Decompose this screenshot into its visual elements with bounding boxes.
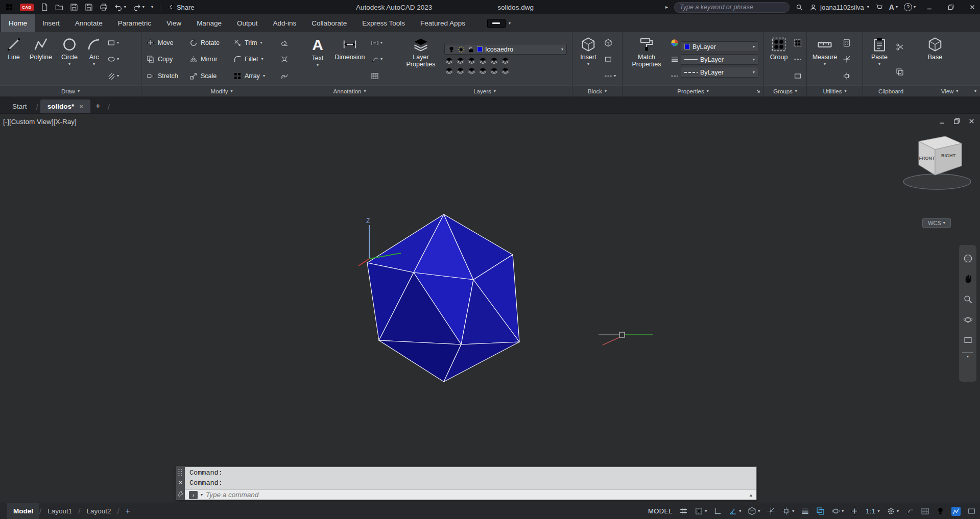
file-tab-solidos[interactable]: solidos* × bbox=[40, 100, 90, 113]
group-edit-button[interactable] bbox=[794, 55, 802, 63]
viewcube-right-label[interactable]: RIGHT bbox=[941, 153, 956, 158]
annotation-scale-button[interactable]: 1:1▾ bbox=[866, 507, 880, 515]
create-block-button[interactable] bbox=[604, 55, 616, 63]
lineweight-display-toggle[interactable] bbox=[801, 507, 809, 515]
zoom-button[interactable] bbox=[963, 289, 973, 309]
paste-button[interactable]: Paste ▾ bbox=[865, 34, 894, 85]
layer-off-icon[interactable] bbox=[445, 57, 453, 64]
drawing-viewport[interactable]: [-] [Custom View] [X-Ray] FRONT RIGHT WC… bbox=[0, 114, 980, 503]
search-expand-caret-icon[interactable]: ▸ bbox=[665, 5, 668, 10]
quick-select-button[interactable] bbox=[843, 72, 851, 80]
utilities-panel-title[interactable]: Utilities▾ bbox=[807, 85, 863, 96]
viewport-visual-style-control[interactable]: [X-Ray] bbox=[54, 118, 77, 126]
redo-button[interactable]: ▾ bbox=[133, 3, 145, 11]
linear-dimension-button[interactable]: ▾ bbox=[371, 39, 383, 47]
tab-output[interactable]: Output bbox=[229, 14, 266, 32]
layer-unlock-icon[interactable] bbox=[479, 67, 487, 75]
search-icon[interactable] bbox=[796, 4, 803, 11]
offset-button[interactable] bbox=[280, 72, 289, 80]
rectangle-button[interactable]: ▾ bbox=[107, 39, 119, 47]
command-prompt-icon[interactable]: › bbox=[189, 491, 198, 499]
quick-calculator-button[interactable] bbox=[843, 39, 851, 47]
showmotion-button[interactable] bbox=[963, 330, 973, 350]
ellipse-button[interactable]: ▾ bbox=[107, 55, 119, 63]
tab-manage[interactable]: Manage bbox=[189, 14, 229, 32]
orbit-button[interactable] bbox=[963, 309, 973, 330]
model-space-button[interactable]: MODEL bbox=[648, 507, 673, 515]
new-file-icon[interactable] bbox=[40, 3, 49, 11]
layer-unisolate-icon[interactable] bbox=[457, 67, 464, 75]
hatch-button[interactable]: ▾ bbox=[107, 72, 119, 80]
copy-clip-button[interactable] bbox=[896, 68, 904, 76]
tab-home[interactable]: Home bbox=[1, 14, 35, 32]
circle-button[interactable]: Circle ▾ bbox=[56, 34, 83, 85]
block-editor-button[interactable] bbox=[604, 39, 616, 47]
layer-thaw-icon[interactable] bbox=[468, 67, 475, 75]
file-tab-start[interactable]: Start bbox=[5, 100, 34, 113]
block-panel-title[interactable]: Block▾ bbox=[572, 85, 622, 96]
draw-panel-title[interactable]: Draw▾ bbox=[0, 85, 141, 96]
layer-isolate-icon[interactable] bbox=[457, 57, 464, 64]
app-menu-icon[interactable] bbox=[5, 3, 13, 11]
erase-button[interactable] bbox=[280, 39, 289, 47]
tab-featured-apps[interactable]: Featured Apps bbox=[413, 14, 473, 32]
ortho-mode-toggle[interactable] bbox=[713, 507, 722, 515]
array-button[interactable]: Array▾ bbox=[230, 69, 278, 82]
ungroup-button[interactable] bbox=[794, 39, 802, 47]
polyline-button[interactable]: Polyline bbox=[26, 34, 56, 85]
group-button[interactable]: Group bbox=[766, 34, 792, 85]
color-dropdown[interactable]: ByLayer ▾ bbox=[681, 41, 758, 52]
text-button[interactable]: A Text ▾ bbox=[304, 34, 331, 85]
define-attributes-button[interactable]: ▾ bbox=[604, 72, 616, 80]
close-command-line-icon[interactable]: × bbox=[179, 479, 183, 486]
view-panel-title[interactable]: View▾ ▾ bbox=[919, 85, 980, 96]
save-as-icon[interactable] bbox=[85, 3, 93, 11]
doc-restore-icon[interactable] bbox=[953, 118, 960, 125]
autocad-logo[interactable]: CAD bbox=[20, 4, 34, 11]
cart-icon[interactable] bbox=[875, 4, 883, 11]
layer-dropdown[interactable]: Icosaedro ▾ bbox=[444, 44, 567, 55]
copy-button[interactable]: Copy bbox=[144, 53, 186, 66]
object-snap-tracking-toggle[interactable] bbox=[767, 507, 775, 515]
layer-match-icon[interactable] bbox=[501, 57, 509, 64]
workspace-switching-button[interactable]: ▾ bbox=[887, 507, 899, 515]
layer-walk-icon[interactable] bbox=[501, 67, 509, 75]
move-button[interactable]: Move bbox=[144, 37, 186, 50]
layout-tab-layout2[interactable]: Layout2 bbox=[80, 503, 117, 519]
tab-parametric[interactable]: Parametric bbox=[110, 14, 159, 32]
help-button[interactable]: ? ▾ bbox=[904, 3, 916, 11]
table-button[interactable] bbox=[371, 72, 383, 80]
command-input[interactable] bbox=[206, 491, 747, 499]
tab-express-tools[interactable]: Express Tools bbox=[354, 14, 413, 32]
close-tab-icon[interactable]: × bbox=[79, 103, 83, 110]
lineweight-settings-button[interactable] bbox=[671, 55, 679, 63]
new-layout-button[interactable]: + bbox=[119, 503, 136, 519]
explode-button[interactable] bbox=[280, 55, 289, 63]
layer-properties-button[interactable]: Layer Properties bbox=[399, 34, 442, 85]
lineweight-dropdown[interactable]: ByLayer ▾ bbox=[681, 54, 758, 65]
annotation-panel-title[interactable]: Annotation▾ bbox=[302, 85, 397, 96]
window-close-button[interactable] bbox=[965, 0, 980, 14]
linetype-dropdown[interactable]: ByLayer ▾ bbox=[681, 67, 758, 78]
arc-button[interactable]: Arc ▾ bbox=[83, 34, 105, 85]
group-selection-button[interactable] bbox=[794, 72, 802, 80]
account-button[interactable]: joana1102silva ▾ bbox=[809, 4, 869, 11]
fillet-button[interactable]: Fillet▾ bbox=[230, 53, 278, 66]
layers-panel-title[interactable]: Layers▾ bbox=[397, 85, 572, 96]
properties-panel-title[interactable]: Properties▾ bbox=[623, 85, 763, 96]
search-input[interactable] bbox=[680, 4, 784, 11]
linetype-settings-button[interactable] bbox=[671, 72, 679, 80]
grid-mode-toggle[interactable] bbox=[679, 507, 688, 515]
share-button[interactable]: Share bbox=[167, 3, 195, 11]
tab-annotate[interactable]: Annotate bbox=[67, 14, 110, 32]
tab-add-ins[interactable]: Add-ins bbox=[265, 14, 304, 32]
layer-make-current-icon[interactable] bbox=[490, 57, 498, 64]
selection-cycling-toggle[interactable] bbox=[816, 507, 825, 515]
isolate-objects-button[interactable] bbox=[936, 507, 945, 515]
navbar-caret-icon[interactable]: ▾ bbox=[967, 355, 969, 359]
match-properties-button[interactable]: Match Properties bbox=[625, 34, 668, 85]
layout-tab-layout1[interactable]: Layout1 bbox=[41, 503, 78, 519]
ribbon-display-toggle[interactable]: ▾ bbox=[487, 14, 511, 32]
object-snap-toggle[interactable]: ▾ bbox=[782, 507, 794, 515]
window-restore-button[interactable] bbox=[943, 0, 959, 14]
